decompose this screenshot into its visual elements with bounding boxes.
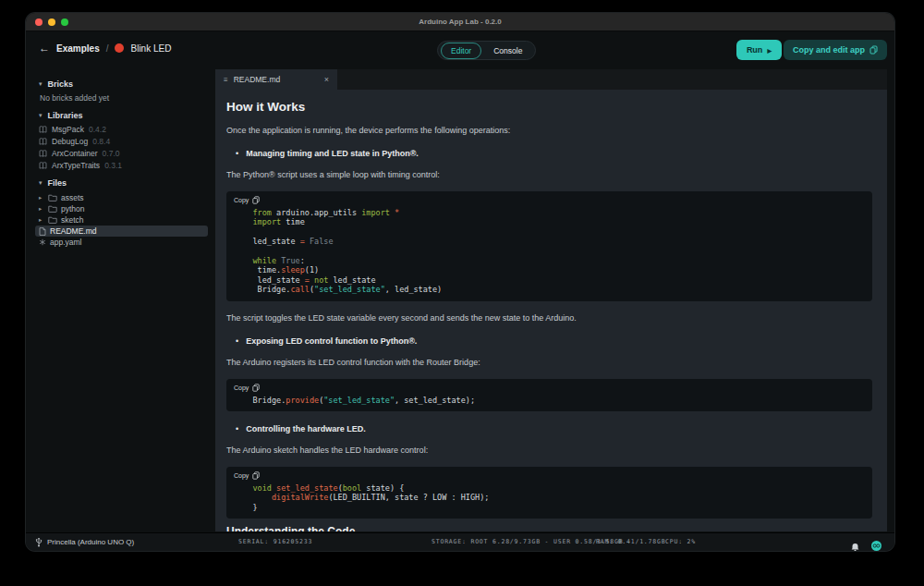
library-item[interactable]: ArxContainer0.7.0 — [39, 149, 208, 158]
zoom-window-button[interactable] — [61, 18, 68, 26]
copy-and-edit-app-label: Copy and edit app — [793, 45, 865, 55]
copy-and-edit-app-button[interactable]: Copy and edit app — [784, 40, 887, 60]
bricks-empty-note: No bricks added yet — [40, 93, 208, 103]
chevron-right-icon[interactable]: ▸ — [39, 216, 44, 224]
bullet-text: Controlling the hardware LED. — [246, 424, 366, 433]
file-name: app.yaml — [50, 238, 82, 247]
copy-icon — [869, 45, 878, 55]
bullet-icon: • — [236, 424, 238, 433]
code-text: void set_led_state(bool state) { digital… — [234, 483, 865, 512]
folder-icon — [48, 205, 57, 213]
library-icon — [39, 162, 47, 170]
libraries-section-title: Libraries — [48, 111, 83, 120]
file-row[interactable]: README.md — [35, 226, 208, 237]
libraries-section-header[interactable]: ▾ Libraries — [39, 111, 208, 120]
chevron-right-icon[interactable]: ▸ — [39, 205, 44, 213]
readme-tab[interactable]: ≡ README.md × — [215, 69, 337, 90]
file-name: assets — [61, 193, 84, 202]
chevron-down-icon: ▾ — [39, 112, 43, 119]
storage-metric: STORAGE: ROOT 6.28/9.73GB - USER 0.58/3.… — [432, 533, 623, 551]
app-status-dot-icon — [115, 43, 124, 53]
readme-paragraph: The Arduino registers its LED control fu… — [226, 358, 872, 368]
notifications-button[interactable] — [851, 538, 859, 552]
readme-bullet-item: •Exposing LED control function to Python… — [236, 336, 872, 346]
markdown-file-icon — [39, 227, 46, 236]
chevron-down-icon: ▾ — [39, 80, 43, 88]
readme-heading: How it Works — [226, 100, 872, 114]
back-arrow-icon[interactable]: ← — [39, 43, 50, 54]
copy-icon — [252, 196, 260, 204]
library-item[interactable]: ArxTypeTraits0.3.1 — [39, 161, 208, 170]
editor-tab-bar: ≡ README.md × — [215, 69, 887, 90]
copy-icon — [252, 471, 260, 480]
bricks-section-title: Bricks — [48, 79, 74, 89]
library-name: DebugLog — [52, 137, 88, 146]
close-tab-icon[interactable]: × — [324, 75, 329, 84]
arduino-logo-icon — [871, 541, 881, 551]
readme-paragraph: The Python® script uses a simple loop wi… — [226, 170, 872, 180]
device-name: Princella (Arduino UNO Q) — [47, 538, 134, 546]
bullet-icon: • — [236, 336, 238, 346]
bullet-text: Managing timing and LED state in Python®… — [246, 149, 419, 158]
app-window: Arduino App Lab - 0.2.0 ← Examples / Bli… — [26, 13, 894, 551]
device-indicator[interactable]: Princella (Arduino UNO Q) — [35, 533, 134, 551]
breadcrumb-current-app: Blink LED — [130, 43, 171, 54]
readme-paragraph: The Arduino sketch handles the LED hardw… — [226, 446, 872, 456]
view-switcher: EditorConsole — [437, 41, 536, 60]
tab-console[interactable]: Console — [483, 43, 532, 59]
copy-code-button[interactable]: Copy — [234, 471, 865, 480]
usb-icon — [35, 537, 43, 547]
bullet-text: Exposing LED control function to Python®… — [246, 336, 417, 346]
bullet-icon: • — [236, 149, 238, 158]
library-icon — [39, 150, 47, 158]
copy-code-button[interactable]: Copy — [234, 196, 865, 204]
breadcrumb-examples[interactable]: Examples — [56, 43, 100, 54]
file-name: sketch — [61, 215, 84, 225]
library-item[interactable]: DebugLog0.8.4 — [39, 137, 208, 146]
run-button-label: Run — [747, 45, 763, 55]
readme-bullet-item: •Controlling the hardware LED. — [236, 424, 872, 433]
readme-content: How it WorksOnce the application is runn… — [215, 90, 887, 531]
editor-pane: ≡ README.md × How it WorksOnce the appli… — [215, 69, 887, 531]
arduino-status-button[interactable] — [871, 537, 881, 551]
readme-paragraph: Once the application is running, the dev… — [226, 126, 872, 136]
chevron-down-icon: ▾ — [39, 179, 43, 187]
chevron-right-icon[interactable]: ▸ — [39, 194, 44, 201]
run-button[interactable]: Run ▶ — [736, 40, 782, 60]
files-section-title: Files — [48, 178, 67, 188]
sidebar: ▾ Bricks No bricks added yet ▾ Libraries… — [26, 67, 215, 532]
status-bar: Princella (Arduino UNO Q) SERIAL: 916205… — [26, 532, 894, 551]
traffic-lights — [35, 18, 68, 26]
readme-heading-clipped: Understanding the Code — [226, 525, 355, 531]
file-row[interactable]: app.yaml — [35, 237, 208, 248]
library-version: 0.7.0 — [103, 149, 120, 158]
folder-row[interactable]: ▸assets — [35, 192, 208, 203]
code-block: Copy from arduino.app_utils import * imp… — [226, 191, 872, 301]
cpu-metric: CPU: 2% — [665, 533, 696, 551]
ram-metric: RAM: 0.41/1.78GB — [596, 533, 665, 551]
library-name: ArxContainer — [52, 149, 98, 158]
minimize-window-button[interactable] — [48, 18, 55, 26]
copy-label: Copy — [234, 472, 249, 479]
readme-tab-label: README.md — [234, 75, 281, 84]
folder-row[interactable]: ▸sketch — [35, 214, 208, 226]
file-name: python — [61, 204, 85, 214]
copy-label: Copy — [234, 197, 249, 203]
files-section-header[interactable]: ▾ Files — [39, 178, 208, 188]
yaml-file-icon — [39, 238, 46, 246]
copy-icon — [252, 384, 260, 392]
copy-code-button[interactable]: Copy — [234, 384, 865, 392]
folder-row[interactable]: ▸python — [35, 203, 208, 214]
tab-menu-icon: ≡ — [224, 76, 228, 84]
library-item[interactable]: MsgPack0.4.2 — [39, 125, 208, 134]
app-header: ← Examples / Blink LED EditorConsole Run… — [26, 32, 894, 67]
libraries-list: MsgPack0.4.2DebugLog0.8.4ArxContainer0.7… — [39, 125, 208, 170]
files-list: ▸assets▸python▸sketchREADME.mdapp.yaml — [35, 192, 208, 248]
code-block: Copy void set_led_state(bool state) { di… — [226, 467, 872, 519]
bricks-section-header[interactable]: ▾ Bricks — [39, 79, 208, 89]
tab-editor[interactable]: Editor — [441, 43, 481, 59]
library-icon — [39, 138, 47, 146]
close-window-button[interactable] — [35, 18, 43, 26]
folder-icon — [48, 194, 57, 201]
readme-paragraph: The script toggles the LED state variabl… — [226, 313, 872, 324]
